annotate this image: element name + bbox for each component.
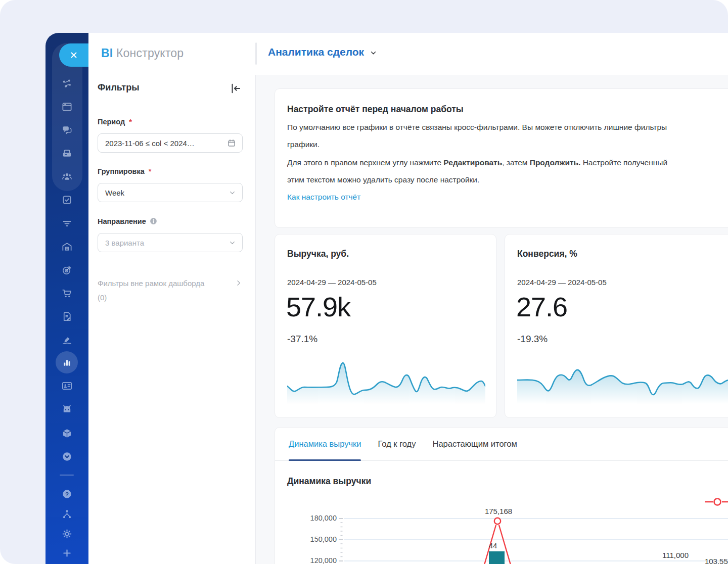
chart-tabs: Динамика выручки Год к году Нарастающим … (275, 428, 728, 461)
sidebar-item-target[interactable] (46, 259, 88, 281)
notice-title: Настройте отчёт перед началом работы (287, 104, 464, 115)
help-icon: ? (61, 488, 73, 500)
sidebar-item-plus[interactable] (46, 542, 88, 564)
tab-cumulative[interactable]: Нарастающим итогом (433, 428, 517, 460)
sidebar-item-signature[interactable] (46, 328, 88, 351)
settings-icon (61, 528, 73, 540)
metric-title: Конверсия, % (517, 249, 577, 259)
outer-filters-label: Фильтры вне рамок дашборда (98, 279, 204, 288)
collapse-icon (229, 82, 242, 95)
chevron-down-icon (229, 189, 236, 197)
plus-icon (61, 547, 73, 559)
app-window: ? BI Конструктор Фильтры Период* 2023-11… (46, 33, 728, 564)
period-label: Период* (98, 118, 132, 126)
sidebar-item-analytics[interactable] (46, 351, 88, 373)
sidebar-divider (60, 475, 74, 476)
package-icon (61, 428, 73, 439)
metric-value: 57.9k (286, 291, 350, 322)
outer-filters-row[interactable]: Фильтры вне рамок дашборда (0) (98, 279, 243, 288)
sidebar-item-cashbox[interactable] (46, 142, 88, 164)
cart-icon (61, 288, 73, 299)
chat-icon (61, 124, 73, 136)
legend-marker (714, 499, 721, 505)
sidebar-item-help[interactable]: ? (46, 483, 88, 505)
users-icon (61, 171, 73, 182)
network-icon (61, 78, 73, 90)
tab-year-over-year[interactable]: Год к году (378, 428, 416, 460)
logo-name: Конструктор (116, 46, 184, 60)
required-asterisk: * (129, 118, 132, 126)
collapse-panel-button[interactable] (229, 82, 242, 95)
tab-revenue-dynamics[interactable]: Динамика выручки (289, 428, 361, 460)
revenue-sparkline (287, 357, 485, 404)
metric-period: 2024-04-29 — 2024-05-05 (517, 278, 607, 287)
app-logo: BI Конструктор (101, 46, 184, 60)
metric-delta: -37.1% (287, 334, 317, 345)
close-sidebar-button[interactable] (59, 43, 88, 67)
sidebar-item-filter[interactable] (46, 212, 88, 234)
signature-icon (61, 334, 73, 346)
sidebar-item-share-nodes[interactable] (46, 503, 88, 525)
point-label: 111,000 (662, 551, 689, 559)
target-icon (61, 264, 73, 276)
calendar-icon (227, 138, 236, 148)
chevron-down-icon (369, 49, 378, 57)
notice-paragraph-2b: этим текстом можно удалить сразу после н… (287, 173, 479, 186)
robot-icon (61, 404, 73, 415)
setup-notice-card: Настройте отчёт перед началом работы По … (275, 88, 728, 228)
filters-title: Фильтры (98, 82, 140, 93)
sidebar-item-package[interactable] (46, 422, 88, 444)
window-icon (61, 101, 73, 113)
sidebar-item-chevron-circle[interactable] (46, 445, 88, 467)
cashbox-icon (61, 148, 73, 159)
bar-44 (489, 551, 505, 564)
direction-select[interactable]: 3 варианта (98, 233, 243, 252)
info-icon[interactable] (149, 217, 158, 225)
conversion-sparkline (517, 357, 728, 404)
sidebar: ? (46, 33, 88, 564)
dashboard-body: Настройте отчёт перед началом работы По … (256, 75, 728, 564)
page-title: Аналитика сделок (268, 46, 364, 58)
close-icon (69, 51, 78, 60)
notice-paragraph-1: По умолчанию все графики в отчёте связан… (287, 120, 667, 134)
notice-paragraph-2: Для этого в правом верхнем углу нажмите … (287, 156, 667, 169)
header-divider (255, 42, 257, 65)
direction-label: Направление (98, 217, 158, 225)
chevron-down-icon (229, 239, 236, 247)
chevron-right-icon (235, 279, 243, 287)
filter-icon (61, 218, 73, 229)
sidebar-item-network[interactable] (46, 73, 88, 95)
share-nodes-icon (61, 508, 73, 520)
bar-label: 44 (489, 541, 497, 550)
report-title-dropdown[interactable]: Аналитика сделок (268, 46, 378, 58)
filter-panel: BI Конструктор Фильтры Период* 2023-11-0… (88, 33, 256, 564)
notice-paragraph-1b: графики. (287, 137, 320, 151)
dynamics-chart-card: Динамика выручки Год к году Нарастающим … (275, 427, 728, 564)
how-to-setup-link[interactable]: Как настроить отчёт (287, 193, 360, 202)
sidebar-item-id-card[interactable] (46, 374, 88, 397)
peak-marker (494, 518, 500, 524)
sidebar-item-cart[interactable] (46, 282, 88, 304)
dynamics-chart: 175,168 44 111,000 103,558 (275, 498, 728, 564)
sidebar-item-robot[interactable] (46, 398, 88, 420)
metric-value: 27.6 (516, 291, 567, 322)
period-input[interactable]: 2023-11-06 ≤ col < 2024… (98, 133, 243, 153)
sidebar-item-chat[interactable] (46, 119, 88, 141)
sidebar-item-tasks[interactable] (46, 189, 88, 211)
sidebar-item-window[interactable] (46, 96, 88, 118)
sidebar-item-document-edit[interactable] (46, 305, 88, 327)
sidebar-item-warehouse[interactable] (46, 236, 88, 258)
metric-title: Выручка, руб. (287, 249, 349, 259)
peak-label: 175,168 (485, 507, 512, 515)
required-asterisk: * (149, 167, 152, 175)
outer-filters-count: (0) (98, 293, 107, 302)
conversion-metric-card: Конверсия, % 2024-04-29 — 2024-05-05 27.… (505, 234, 728, 418)
sidebar-item-users[interactable] (46, 165, 88, 187)
grouping-select[interactable]: Week (98, 183, 243, 202)
main-header: Аналитика сделок (255, 33, 728, 75)
tasks-icon (61, 194, 73, 206)
metric-period: 2024-04-29 — 2024-05-05 (287, 278, 377, 287)
chart-title: Динамика выручки (287, 476, 371, 487)
revenue-metric-card: Выручка, руб. 2024-04-29 — 2024-05-05 57… (275, 234, 496, 418)
point-label: 103,558 (705, 557, 728, 564)
